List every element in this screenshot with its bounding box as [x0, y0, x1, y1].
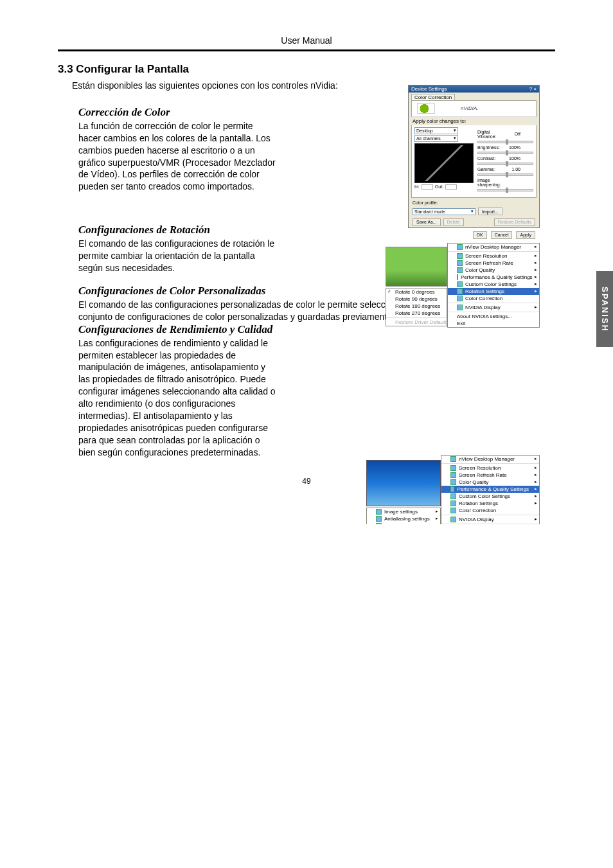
header-title: User Manual	[58, 35, 555, 46]
dv-label: Digital Vibrance:	[477, 130, 504, 139]
restore-button: Restore Defaults	[494, 218, 535, 226]
brightness-slider	[477, 152, 533, 154]
body-custom-color: El comando de las configuraciones person…	[78, 299, 429, 323]
gear-icon	[376, 509, 382, 515]
menu-about: About NVIDIA settings...	[441, 524, 539, 524]
brightness-val: 100%	[506, 145, 520, 150]
dv-val: Off	[506, 132, 520, 136]
menu-custom-color: Custom Color Settings	[441, 493, 539, 500]
nvidia-logo-icon	[417, 103, 435, 114]
menu-resolution: Screen Resolution	[441, 463, 539, 472]
display-icon	[457, 305, 463, 310]
import-button: Import...	[478, 208, 502, 215]
dropdown-channels: All channels▾	[414, 135, 458, 142]
screenshot-rotation-menu: Rotate 0 degrees Rotate 90 degrees Rotat…	[386, 243, 540, 314]
profile-row: Color profile:	[409, 200, 539, 208]
gamma-slider	[477, 173, 533, 176]
heading-perf-quality: Configuraciones de Rendimiento y Calidad	[78, 323, 278, 336]
gamma-curve	[414, 143, 474, 183]
dv-slider	[477, 141, 533, 143]
resolution-icon	[450, 465, 456, 471]
out-label: Out:	[435, 184, 443, 190]
page: User Manual 3.3 Configurar la Pantalla E…	[0, 0, 613, 524]
rotation-submenu: Rotate 0 degrees Rotate 90 degrees Rotat…	[386, 288, 447, 326]
saveas-button: Save As...	[413, 218, 441, 226]
screenshot-perf-quality-menu: Image settings Antialiasing settings Ani…	[366, 455, 540, 524]
menu-perf-quality: Performance & Quality Settings	[448, 274, 539, 281]
dropdown-profile: Standard mode▾	[413, 208, 475, 215]
body-perf-quality: Las configuraciones de rendimiento y cal…	[78, 337, 278, 459]
menu-resolution: Screen Resolution	[448, 251, 539, 260]
cancel-button: Cancel	[491, 231, 513, 239]
refresh-icon	[450, 472, 456, 478]
resolution-icon	[457, 253, 463, 259]
dropdown-target: Desktop▾	[414, 127, 458, 134]
tab-color-correction: Color Correction	[411, 94, 455, 100]
menu-nview: nView Desktop Manager	[441, 456, 539, 463]
logo-row: nVIDIA.	[411, 100, 537, 117]
menu-exit: Exit	[448, 320, 539, 327]
brightness-label: Brightness:	[477, 145, 504, 150]
window-title: Device Settings	[411, 86, 447, 92]
monitor-icon	[457, 244, 463, 250]
palette-icon	[450, 479, 456, 485]
monitor-icon	[450, 456, 456, 462]
curves-icon	[450, 508, 456, 513]
menu-color-correction: Color Correction	[441, 507, 539, 514]
perf-submenu: Image settings Antialiasing settings Ani…	[366, 508, 441, 524]
gamma-label: Gamma:	[477, 167, 504, 172]
menu-refresh: Screen Refresh Rate	[441, 472, 539, 479]
menu-rotate-180: Rotate 180 degrees	[386, 303, 447, 310]
delete-button: Delete	[443, 218, 464, 226]
menu-color-quality: Color Quality	[441, 479, 539, 486]
chevron-down-icon: ▾	[454, 128, 456, 133]
apply-label: Apply color changes to:	[409, 117, 539, 125]
sharpen-label: Image sharpening:	[477, 178, 504, 187]
body-color-correction: La función de corrección de color le per…	[78, 120, 278, 193]
menu-color-correction: Color Correction	[448, 295, 539, 302]
sharpen-slider	[477, 189, 533, 191]
menu-nvidia-display: NVIDIA Display	[448, 303, 539, 311]
preview-thumbnail	[386, 247, 447, 287]
nvidia-main-menu: nView Desktop Manager Screen Resolution …	[447, 243, 540, 328]
preview-thumbnail	[366, 460, 441, 506]
menu-about: About NVIDIA settings...	[448, 312, 539, 320]
menu-color-quality: Color Quality	[448, 267, 539, 274]
menu-rotation-settings: Rotation Settings	[441, 500, 539, 507]
nvidia-logo-text: nVIDIA.	[461, 105, 479, 111]
menu-refresh: Screen Refresh Rate	[448, 260, 539, 267]
in-field	[422, 184, 433, 190]
menu-nvidia-display: NVIDIA Display	[441, 515, 539, 523]
gamma-val: 1.00	[506, 167, 520, 172]
curves-icon	[457, 296, 463, 301]
dialog-button-row: OK Cancel Apply	[409, 229, 539, 242]
menu-rotation-settings: Rotation Settings	[448, 288, 539, 295]
menu-image-settings: Image settings	[367, 508, 440, 515]
menu-antialiasing: Antialiasing settings	[367, 515, 440, 522]
aniso-icon	[376, 523, 382, 524]
rotate-icon	[450, 500, 456, 506]
menu-rotate-0: Rotate 0 degrees	[386, 288, 447, 296]
menu-custom-color: Custom Color Settings	[448, 281, 539, 288]
ok-button: OK	[473, 231, 487, 239]
color-panel: Desktop▾ All channels▾ In: Out: Digital …	[411, 125, 537, 198]
rotate-icon	[457, 288, 463, 294]
body-rotation: El comando de las configuraciones de rot…	[78, 238, 278, 274]
swatch-icon	[457, 281, 463, 287]
menu-nview: nView Desktop Manager	[448, 244, 539, 251]
menu-anisotropic: Anisotropic filtering	[367, 522, 440, 524]
nvidia-main-menu: nView Desktop Manager Screen Resolution …	[441, 455, 540, 524]
header-rule	[58, 49, 555, 51]
contrast-slider	[477, 163, 533, 165]
aa-icon	[376, 516, 382, 522]
contrast-label: Contrast:	[477, 156, 504, 161]
chevron-down-icon: ▾	[454, 136, 456, 141]
tab-row: Color Correction	[409, 93, 539, 100]
content-block: Corrección de Color La función de correc…	[78, 106, 555, 459]
apply-button: Apply	[516, 231, 535, 239]
gauge-icon	[450, 486, 454, 492]
screenshot-color-correction-dialog: Device Settings ? × Color Correction nVI…	[408, 85, 540, 228]
menu-perf-quality: Performance & Quality Settings	[441, 486, 539, 493]
menu-restore-defaults: Restore Driver Defaults	[386, 317, 447, 326]
profile-label: Color profile:	[413, 200, 438, 205]
